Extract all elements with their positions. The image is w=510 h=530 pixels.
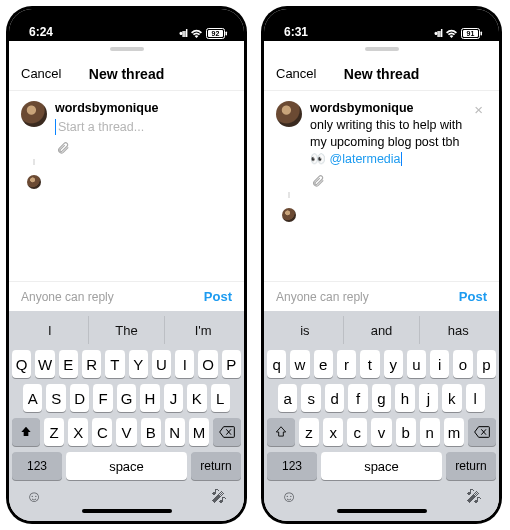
backspace-key[interactable] [213, 418, 241, 446]
post-button[interactable]: Post [204, 289, 232, 304]
key[interactable]: u [407, 350, 426, 378]
key[interactable]: Q [12, 350, 31, 378]
avatar[interactable] [276, 101, 302, 127]
key[interactable]: R [82, 350, 101, 378]
suggestion[interactable]: I [12, 316, 88, 344]
key[interactable]: p [477, 350, 496, 378]
home-indicator[interactable] [337, 509, 427, 513]
cancel-button[interactable]: Cancel [21, 66, 61, 81]
key[interactable]: x [323, 418, 343, 446]
key[interactable]: V [116, 418, 136, 446]
mention[interactable]: @latermedia [329, 152, 400, 166]
mic-icon[interactable]: 🎤︎ [466, 488, 482, 506]
reply-audience[interactable]: Anyone can reply [21, 290, 114, 304]
suggestion[interactable]: has [419, 316, 496, 344]
key[interactable]: L [211, 384, 230, 412]
key[interactable]: m [444, 418, 464, 446]
key[interactable]: H [140, 384, 159, 412]
return-key[interactable]: return [191, 452, 241, 480]
key[interactable]: y [384, 350, 403, 378]
key[interactable]: T [105, 350, 124, 378]
reply-avatar[interactable] [282, 208, 296, 222]
body-emoji: 👀 [310, 152, 329, 166]
key[interactable]: j [419, 384, 438, 412]
key[interactable]: h [395, 384, 414, 412]
suggestion-bar: I The I'm [12, 316, 241, 344]
key[interactable]: o [453, 350, 472, 378]
key[interactable]: S [46, 384, 65, 412]
emoji-key-icon[interactable]: ☺ [26, 488, 42, 506]
post-button[interactable]: Post [459, 289, 487, 304]
suggestion[interactable]: is [267, 316, 343, 344]
thread-input[interactable]: only writing this to help with my upcomi… [310, 117, 466, 168]
key[interactable]: B [141, 418, 161, 446]
key[interactable]: n [420, 418, 440, 446]
key[interactable]: J [164, 384, 183, 412]
numeric-key[interactable]: 123 [12, 452, 62, 480]
paperclip-icon[interactable] [311, 174, 466, 188]
backspace-key[interactable] [468, 418, 496, 446]
avatar[interactable] [21, 101, 47, 127]
key[interactable]: Y [129, 350, 148, 378]
key[interactable]: z [299, 418, 319, 446]
key[interactable]: d [325, 384, 344, 412]
numeric-key[interactable]: 123 [267, 452, 317, 480]
key[interactable]: i [430, 350, 449, 378]
key[interactable]: e [314, 350, 333, 378]
key[interactable]: P [222, 350, 241, 378]
key[interactable]: s [301, 384, 320, 412]
key[interactable]: O [198, 350, 217, 378]
key[interactable]: W [35, 350, 54, 378]
key[interactable]: Z [44, 418, 64, 446]
key[interactable]: U [152, 350, 171, 378]
home-indicator[interactable] [82, 509, 172, 513]
key[interactable]: f [348, 384, 367, 412]
space-key[interactable]: space [321, 452, 442, 480]
shift-key[interactable] [267, 418, 295, 446]
key[interactable]: D [70, 384, 89, 412]
key[interactable]: k [442, 384, 461, 412]
keyboard[interactable]: I The I'm QWERTYUIOP ASDFGHJKL ZXCVBNM 1… [9, 311, 244, 521]
paperclip-icon[interactable] [56, 141, 232, 155]
key-row-3: ZXCVBNM [12, 418, 241, 446]
username[interactable]: wordsbymonique [310, 101, 466, 115]
username[interactable]: wordsbymonique [55, 101, 232, 115]
return-key[interactable]: return [446, 452, 496, 480]
key[interactable]: l [466, 384, 485, 412]
keyboard[interactable]: is and has qwertyuiop asdfghjkl zxcvbnm … [264, 311, 499, 521]
key[interactable]: G [117, 384, 136, 412]
suggestion[interactable]: The [88, 316, 165, 344]
space-key[interactable]: space [66, 452, 187, 480]
shift-key[interactable] [12, 418, 40, 446]
suggestion[interactable]: and [343, 316, 420, 344]
key[interactable]: F [93, 384, 112, 412]
key[interactable]: w [290, 350, 309, 378]
key[interactable]: N [165, 418, 185, 446]
emoji-key-icon[interactable]: ☺ [281, 488, 297, 506]
key[interactable]: c [347, 418, 367, 446]
key[interactable]: A [23, 384, 42, 412]
key[interactable]: M [189, 418, 209, 446]
reply-audience[interactable]: Anyone can reply [276, 290, 369, 304]
reply-avatar[interactable] [27, 175, 41, 189]
wifi-icon [190, 29, 203, 39]
key[interactable]: t [360, 350, 379, 378]
key[interactable]: E [59, 350, 78, 378]
status-right: •ııl 91 [434, 28, 483, 39]
cancel-button[interactable]: Cancel [276, 66, 316, 81]
key[interactable]: v [371, 418, 391, 446]
key[interactable]: C [92, 418, 112, 446]
key[interactable]: a [278, 384, 297, 412]
key[interactable]: K [187, 384, 206, 412]
mic-icon[interactable]: 🎤︎ [211, 488, 227, 506]
key[interactable]: g [372, 384, 391, 412]
svg-rect-6 [481, 32, 483, 36]
key[interactable]: r [337, 350, 356, 378]
key[interactable]: X [68, 418, 88, 446]
key[interactable]: b [396, 418, 416, 446]
key[interactable]: q [267, 350, 286, 378]
suggestion[interactable]: I'm [164, 316, 241, 344]
clear-icon[interactable]: × [474, 101, 487, 118]
key[interactable]: I [175, 350, 194, 378]
thread-input[interactable]: Start a thread... [55, 119, 144, 135]
